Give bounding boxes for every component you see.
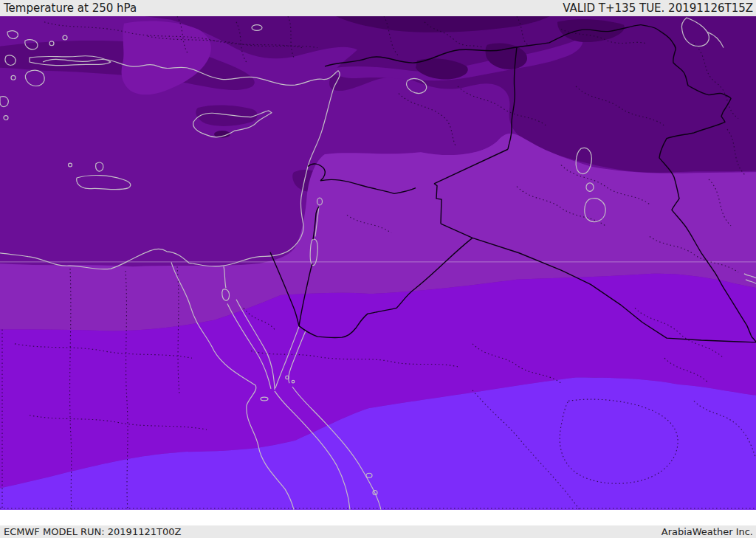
page-title: Temperature at 250 hPa [4,3,137,14]
valid-time-label: VALID T+135 TUE. 20191126T15Z [563,3,753,14]
header-bar: Temperature at 250 hPa VALID T+135 TUE. … [0,0,756,16]
weather-map-window: Temperature at 250 hPa VALID T+135 TUE. … [0,0,756,538]
footer-bar: ECMWF MODEL RUN: 20191121T00Z ArabiaWeat… [0,525,756,538]
temperature-map-canvas [0,16,756,525]
credit-label: ArabiaWeather Inc. [662,527,753,537]
temperature-bands [0,16,756,510]
model-run-label: ECMWF MODEL RUN: 20191121T00Z [4,527,181,537]
